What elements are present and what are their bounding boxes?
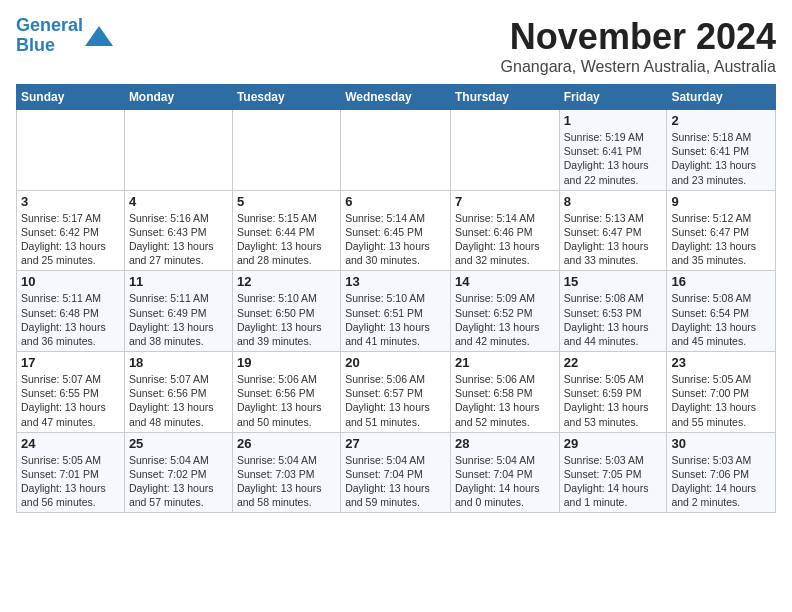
cell-info: Sunrise: 5:10 AM Sunset: 6:51 PM Dayligh… xyxy=(345,291,446,348)
day-number: 1 xyxy=(564,113,663,128)
calendar-cell: 25Sunrise: 5:04 AM Sunset: 7:02 PM Dayli… xyxy=(124,432,232,513)
day-number: 28 xyxy=(455,436,555,451)
cell-info: Sunrise: 5:06 AM Sunset: 6:56 PM Dayligh… xyxy=(237,372,336,429)
calendar-cell: 23Sunrise: 5:05 AM Sunset: 7:00 PM Dayli… xyxy=(667,352,776,433)
calendar-cell: 1Sunrise: 5:19 AM Sunset: 6:41 PM Daylig… xyxy=(559,110,667,191)
day-number: 26 xyxy=(237,436,336,451)
cell-info: Sunrise: 5:08 AM Sunset: 6:53 PM Dayligh… xyxy=(564,291,663,348)
cell-info: Sunrise: 5:05 AM Sunset: 7:01 PM Dayligh… xyxy=(21,453,120,510)
day-number: 14 xyxy=(455,274,555,289)
day-number: 2 xyxy=(671,113,771,128)
calendar-cell xyxy=(17,110,125,191)
cell-info: Sunrise: 5:10 AM Sunset: 6:50 PM Dayligh… xyxy=(237,291,336,348)
calendar-cell: 15Sunrise: 5:08 AM Sunset: 6:53 PM Dayli… xyxy=(559,271,667,352)
day-number: 3 xyxy=(21,194,120,209)
calendar-cell: 3Sunrise: 5:17 AM Sunset: 6:42 PM Daylig… xyxy=(17,190,125,271)
cell-info: Sunrise: 5:07 AM Sunset: 6:56 PM Dayligh… xyxy=(129,372,228,429)
cell-info: Sunrise: 5:18 AM Sunset: 6:41 PM Dayligh… xyxy=(671,130,771,187)
cell-info: Sunrise: 5:14 AM Sunset: 6:46 PM Dayligh… xyxy=(455,211,555,268)
day-number: 24 xyxy=(21,436,120,451)
calendar-cell: 29Sunrise: 5:03 AM Sunset: 7:05 PM Dayli… xyxy=(559,432,667,513)
calendar-cell: 17Sunrise: 5:07 AM Sunset: 6:55 PM Dayli… xyxy=(17,352,125,433)
calendar-cell: 19Sunrise: 5:06 AM Sunset: 6:56 PM Dayli… xyxy=(232,352,340,433)
day-number: 20 xyxy=(345,355,446,370)
calendar-cell: 26Sunrise: 5:04 AM Sunset: 7:03 PM Dayli… xyxy=(232,432,340,513)
weekday-header: Wednesday xyxy=(341,85,451,110)
calendar-cell: 4Sunrise: 5:16 AM Sunset: 6:43 PM Daylig… xyxy=(124,190,232,271)
calendar-cell: 8Sunrise: 5:13 AM Sunset: 6:47 PM Daylig… xyxy=(559,190,667,271)
day-number: 29 xyxy=(564,436,663,451)
day-number: 4 xyxy=(129,194,228,209)
day-number: 30 xyxy=(671,436,771,451)
day-number: 12 xyxy=(237,274,336,289)
cell-info: Sunrise: 5:04 AM Sunset: 7:04 PM Dayligh… xyxy=(345,453,446,510)
cell-info: Sunrise: 5:14 AM Sunset: 6:45 PM Dayligh… xyxy=(345,211,446,268)
cell-info: Sunrise: 5:08 AM Sunset: 6:54 PM Dayligh… xyxy=(671,291,771,348)
title-area: November 2024 Gnangara, Western Australi… xyxy=(501,16,776,76)
calendar-cell: 9Sunrise: 5:12 AM Sunset: 6:47 PM Daylig… xyxy=(667,190,776,271)
calendar-table: SundayMondayTuesdayWednesdayThursdayFrid… xyxy=(16,84,776,513)
day-number: 22 xyxy=(564,355,663,370)
day-number: 11 xyxy=(129,274,228,289)
weekday-header: Tuesday xyxy=(232,85,340,110)
day-number: 21 xyxy=(455,355,555,370)
day-number: 13 xyxy=(345,274,446,289)
calendar-cell: 30Sunrise: 5:03 AM Sunset: 7:06 PM Dayli… xyxy=(667,432,776,513)
calendar-body: 1Sunrise: 5:19 AM Sunset: 6:41 PM Daylig… xyxy=(17,110,776,513)
calendar-cell: 10Sunrise: 5:11 AM Sunset: 6:48 PM Dayli… xyxy=(17,271,125,352)
cell-info: Sunrise: 5:09 AM Sunset: 6:52 PM Dayligh… xyxy=(455,291,555,348)
day-number: 5 xyxy=(237,194,336,209)
cell-info: Sunrise: 5:03 AM Sunset: 7:05 PM Dayligh… xyxy=(564,453,663,510)
calendar-cell: 2Sunrise: 5:18 AM Sunset: 6:41 PM Daylig… xyxy=(667,110,776,191)
day-number: 15 xyxy=(564,274,663,289)
cell-info: Sunrise: 5:19 AM Sunset: 6:41 PM Dayligh… xyxy=(564,130,663,187)
day-number: 25 xyxy=(129,436,228,451)
day-number: 10 xyxy=(21,274,120,289)
calendar-cell xyxy=(341,110,451,191)
cell-info: Sunrise: 5:11 AM Sunset: 6:48 PM Dayligh… xyxy=(21,291,120,348)
calendar-cell: 28Sunrise: 5:04 AM Sunset: 7:04 PM Dayli… xyxy=(450,432,559,513)
cell-info: Sunrise: 5:17 AM Sunset: 6:42 PM Dayligh… xyxy=(21,211,120,268)
logo-icon xyxy=(85,26,113,46)
day-number: 7 xyxy=(455,194,555,209)
cell-info: Sunrise: 5:05 AM Sunset: 6:59 PM Dayligh… xyxy=(564,372,663,429)
day-number: 16 xyxy=(671,274,771,289)
cell-info: Sunrise: 5:05 AM Sunset: 7:00 PM Dayligh… xyxy=(671,372,771,429)
cell-info: Sunrise: 5:16 AM Sunset: 6:43 PM Dayligh… xyxy=(129,211,228,268)
calendar-cell: 12Sunrise: 5:10 AM Sunset: 6:50 PM Dayli… xyxy=(232,271,340,352)
calendar-cell xyxy=(450,110,559,191)
calendar-cell: 7Sunrise: 5:14 AM Sunset: 6:46 PM Daylig… xyxy=(450,190,559,271)
page-header: GeneralBlue November 2024 Gnangara, West… xyxy=(16,16,776,76)
day-number: 17 xyxy=(21,355,120,370)
weekday-header: Saturday xyxy=(667,85,776,110)
cell-info: Sunrise: 5:03 AM Sunset: 7:06 PM Dayligh… xyxy=(671,453,771,510)
weekday-header: Monday xyxy=(124,85,232,110)
day-number: 8 xyxy=(564,194,663,209)
cell-info: Sunrise: 5:07 AM Sunset: 6:55 PM Dayligh… xyxy=(21,372,120,429)
calendar-cell: 11Sunrise: 5:11 AM Sunset: 6:49 PM Dayli… xyxy=(124,271,232,352)
day-number: 6 xyxy=(345,194,446,209)
calendar-cell: 14Sunrise: 5:09 AM Sunset: 6:52 PM Dayli… xyxy=(450,271,559,352)
day-number: 18 xyxy=(129,355,228,370)
weekday-header: Sunday xyxy=(17,85,125,110)
calendar-cell: 5Sunrise: 5:15 AM Sunset: 6:44 PM Daylig… xyxy=(232,190,340,271)
day-number: 19 xyxy=(237,355,336,370)
day-number: 23 xyxy=(671,355,771,370)
calendar-cell: 13Sunrise: 5:10 AM Sunset: 6:51 PM Dayli… xyxy=(341,271,451,352)
calendar-cell xyxy=(232,110,340,191)
calendar-cell xyxy=(124,110,232,191)
calendar-cell: 20Sunrise: 5:06 AM Sunset: 6:57 PM Dayli… xyxy=(341,352,451,433)
logo-text: GeneralBlue xyxy=(16,16,83,56)
location-title: Gnangara, Western Australia, Australia xyxy=(501,58,776,76)
logo: GeneralBlue xyxy=(16,16,113,56)
cell-info: Sunrise: 5:11 AM Sunset: 6:49 PM Dayligh… xyxy=(129,291,228,348)
cell-info: Sunrise: 5:13 AM Sunset: 6:47 PM Dayligh… xyxy=(564,211,663,268)
calendar-cell: 18Sunrise: 5:07 AM Sunset: 6:56 PM Dayli… xyxy=(124,352,232,433)
cell-info: Sunrise: 5:15 AM Sunset: 6:44 PM Dayligh… xyxy=(237,211,336,268)
day-number: 27 xyxy=(345,436,446,451)
cell-info: Sunrise: 5:04 AM Sunset: 7:04 PM Dayligh… xyxy=(455,453,555,510)
calendar-cell: 21Sunrise: 5:06 AM Sunset: 6:58 PM Dayli… xyxy=(450,352,559,433)
calendar-cell: 16Sunrise: 5:08 AM Sunset: 6:54 PM Dayli… xyxy=(667,271,776,352)
svg-marker-0 xyxy=(85,26,113,46)
cell-info: Sunrise: 5:04 AM Sunset: 7:02 PM Dayligh… xyxy=(129,453,228,510)
